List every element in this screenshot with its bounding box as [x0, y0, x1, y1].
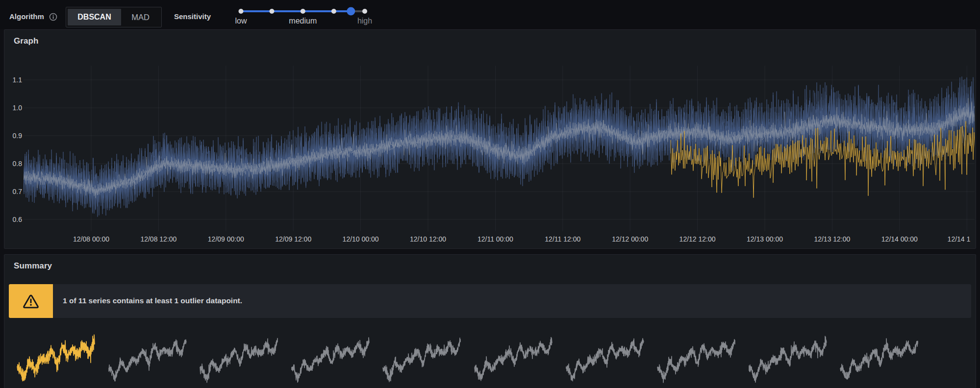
- svg-text:high: high: [357, 17, 372, 25]
- svg-text:12/12 00:00: 12/12 00:00: [612, 235, 648, 243]
- svg-text:0.8: 0.8: [13, 160, 23, 168]
- svg-text:12/13 00:00: 12/13 00:00: [747, 235, 783, 243]
- svg-text:12/09 12:00: 12/09 12:00: [275, 235, 311, 243]
- svg-text:12/10 00:00: 12/10 00:00: [343, 235, 379, 243]
- svg-text:12/11 00:00: 12/11 00:00: [477, 235, 513, 243]
- svg-text:12/08 00:00: 12/08 00:00: [73, 235, 109, 243]
- svg-text:0.7: 0.7: [13, 188, 23, 195]
- svg-text:12/12 12:00: 12/12 12:00: [679, 235, 716, 243]
- svg-text:12/14 00:00: 12/14 00:00: [881, 235, 918, 243]
- svg-text:1.1: 1.1: [13, 76, 23, 84]
- svg-text:12/08 12:00: 12/08 12:00: [140, 235, 176, 243]
- svg-text:medium: medium: [289, 17, 317, 25]
- svg-text:1.0: 1.0: [13, 104, 23, 112]
- svg-text:12/13 12:00: 12/13 12:00: [814, 235, 850, 243]
- svg-text:12/09 00:00: 12/09 00:00: [208, 235, 244, 243]
- svg-text:0.9: 0.9: [13, 132, 23, 140]
- svg-text:low: low: [235, 17, 247, 25]
- svg-text:12/11 12:00: 12/11 12:00: [545, 235, 580, 243]
- svg-text:0.6: 0.6: [13, 216, 23, 223]
- svg-text:12/10 12:00: 12/10 12:00: [410, 235, 446, 243]
- svg-text:12/14 1: 12/14 1: [948, 235, 971, 243]
